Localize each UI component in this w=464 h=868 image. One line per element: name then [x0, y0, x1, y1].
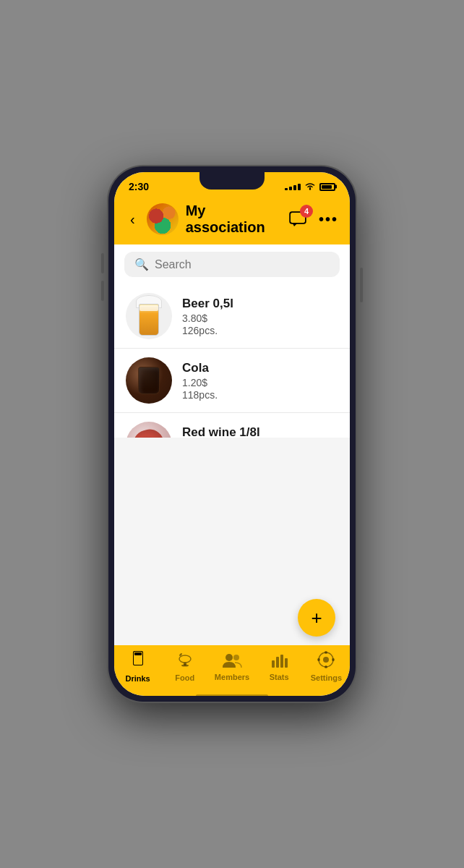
item-qty: 118pcs. [182, 389, 338, 401]
item-info-beer: Beer 0,5l 3.80$ 126pcs. [182, 297, 338, 336]
nav-item-stats[interactable]: Stats [256, 652, 303, 681]
svg-point-25 [332, 658, 335, 661]
svg-point-14 [225, 654, 233, 661]
item-list: Beer 0,5l 3.80$ 126pcs. Cola 1.20$ 118pc… [114, 284, 350, 438]
svg-rect-17 [276, 657, 279, 668]
nav-item-members[interactable]: Members [208, 652, 255, 681]
status-icons [285, 182, 335, 192]
nav-label-food: Food [175, 673, 194, 682]
wifi-icon [304, 182, 316, 192]
svg-point-15 [233, 655, 239, 660]
search-input[interactable] [155, 258, 330, 271]
svg-point-11 [179, 655, 191, 663]
list-item[interactable]: Cola 1.20$ 118pcs. [114, 349, 350, 413]
nav-label-stats: Stats [270, 673, 289, 681]
add-button[interactable]: + [298, 599, 335, 637]
svg-point-23 [325, 665, 327, 668]
svg-rect-19 [285, 658, 288, 668]
home-bar [196, 694, 268, 696]
svg-point-22 [325, 651, 327, 654]
drinks-icon [130, 650, 146, 672]
item-name: Beer 0,5l [182, 297, 338, 311]
svg-rect-10 [134, 652, 142, 655]
notification-badge: 4 [300, 205, 313, 218]
chat-button[interactable]: 4 [287, 208, 310, 231]
item-info-cola: Cola 1.20$ 118pcs. [182, 361, 338, 401]
avatar [147, 203, 179, 235]
list-item[interactable]: Red wine 1/8l 3.20$ 16pcs. [114, 413, 350, 438]
back-button[interactable]: ‹ [126, 210, 139, 229]
members-icon [222, 652, 242, 671]
status-time: 2:30 [129, 181, 149, 192]
nav-item-settings[interactable]: Settings [303, 651, 350, 682]
item-price: 3.80$ [182, 312, 338, 324]
food-icon [176, 650, 194, 671]
battery-icon [319, 183, 335, 191]
empty-area [114, 438, 350, 591]
item-name: Cola [182, 361, 338, 375]
nav-item-food[interactable]: Food [161, 650, 208, 682]
svg-rect-16 [272, 660, 275, 668]
list-item[interactable]: Beer 0,5l 3.80$ 126pcs. [114, 284, 350, 349]
settings-icon [317, 651, 335, 671]
search-icon: 🔍 [134, 258, 149, 271]
item-image-beer [126, 293, 172, 339]
more-button[interactable]: ••• [319, 211, 338, 228]
page-title: My association [186, 203, 280, 236]
item-price: 1.20$ [182, 377, 338, 388]
search-bar: 🔍 [124, 252, 340, 277]
svg-point-24 [317, 658, 320, 661]
fab-container: + [114, 590, 350, 645]
svg-rect-18 [280, 655, 283, 668]
nav-label-drinks: Drinks [125, 674, 150, 683]
item-name: Red wine 1/8l [182, 425, 338, 438]
svg-point-13 [181, 665, 189, 667]
nav-item-drinks[interactable]: Drinks [114, 650, 161, 683]
item-info-red-wine: Red wine 1/8l 3.20$ 16pcs. [182, 425, 338, 438]
nav-label-settings: Settings [311, 673, 342, 682]
app-header: ‹ My association 4 ••• [114, 197, 350, 244]
nav-label-members: Members [215, 673, 249, 681]
header-actions: 4 ••• [287, 208, 338, 231]
stats-icon [270, 652, 288, 671]
item-image-cola [126, 357, 172, 404]
search-container: 🔍 [114, 244, 350, 284]
svg-point-0 [309, 188, 311, 190]
signal-icon [285, 184, 301, 190]
item-image-red-wine [126, 422, 172, 438]
bottom-nav: Drinks Food [114, 645, 350, 696]
svg-point-21 [323, 657, 329, 663]
item-qty: 126pcs. [182, 325, 338, 336]
